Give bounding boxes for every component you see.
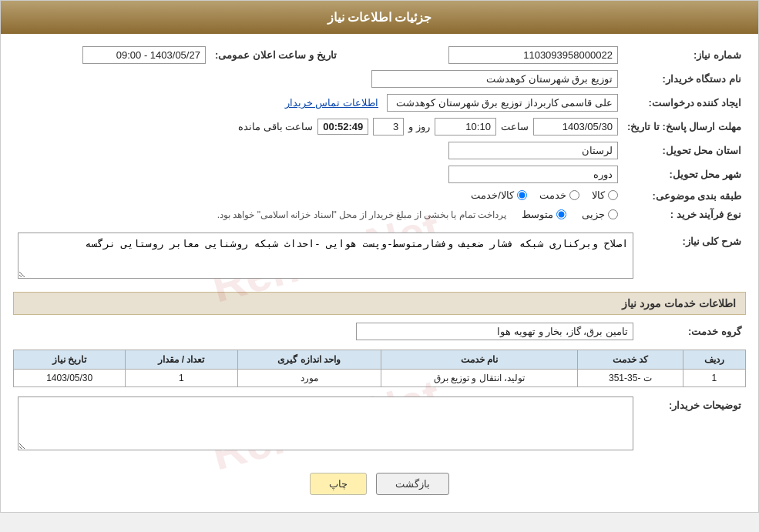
description-table: شرح کلی نیاز: RenderNet bbox=[13, 229, 746, 284]
process-radio-jozi[interactable] bbox=[608, 209, 618, 219]
category-radio-kala-khedmat[interactable] bbox=[517, 190, 527, 200]
buyer-notes-label: توضیحات خریدار: bbox=[638, 393, 746, 456]
page-header: جزئیات اطلاعات نیاز bbox=[1, 1, 758, 34]
category-option-khedmat[interactable]: خدمت bbox=[539, 189, 579, 201]
response-deadline-row: 1403/05/30 ساعت 10:10 روز و 3 00:52:49 س… bbox=[18, 118, 618, 136]
cell-unit: مورد bbox=[237, 370, 381, 387]
response-time: 10:10 bbox=[435, 118, 496, 136]
category-radio-khedmat[interactable] bbox=[569, 190, 579, 200]
announce-date-value: 1403/05/27 - 09:00 bbox=[82, 46, 206, 64]
description-textarea[interactable] bbox=[18, 233, 633, 279]
response-time-label: ساعت bbox=[501, 121, 529, 132]
table-row: 1ت -35-351تولید، انتقال و توزیع برقمورد1… bbox=[14, 370, 746, 387]
buyer-notes-table: توضیحات خریدار: RenderNet bbox=[13, 393, 746, 456]
response-remaining: 00:52:49 bbox=[317, 119, 368, 135]
process-radio-motavasset[interactable] bbox=[556, 209, 566, 219]
main-info-table: شماره نیاز: 1103093958000022 تاریخ و ساع… bbox=[13, 43, 746, 223]
content-area: شماره نیاز: 1103093958000022 تاریخ و ساع… bbox=[1, 34, 758, 512]
col-header-row: ردیف bbox=[683, 350, 745, 370]
process-option-mota[interactable]: متوسط bbox=[522, 209, 566, 220]
response-days: 3 bbox=[373, 118, 404, 136]
buyer-station-value: توزیع برق شهرستان کوهدشت bbox=[371, 70, 618, 88]
creator-value: علی قاسمی کاربرداز توزیع برق شهرستان کوه… bbox=[387, 94, 618, 112]
service-group-label: گروه خدمت: bbox=[638, 320, 746, 343]
process-label: نوع فرآیند خرید : bbox=[623, 206, 746, 223]
buyer-station-label: نام دستگاه خریدار: bbox=[623, 67, 746, 91]
need-number-label: شماره نیاز: bbox=[623, 43, 746, 67]
cell-code: ت -35-351 bbox=[577, 370, 683, 387]
response-date: 1403/05/30 bbox=[533, 118, 618, 136]
response-remaining-label: ساعت باقی مانده bbox=[238, 121, 313, 132]
province-label: استان محل تحویل: bbox=[623, 139, 746, 162]
category-label-khedmat: خدمت bbox=[539, 189, 566, 201]
process-label-jozi: جزیی bbox=[582, 209, 605, 220]
category-option-kala[interactable]: کالا bbox=[592, 189, 618, 201]
back-button[interactable]: بازگشت bbox=[376, 473, 449, 495]
cell-name: تولید، انتقال و توزیع برق bbox=[381, 370, 577, 387]
print-button[interactable]: چاپ bbox=[310, 473, 367, 495]
cell-date: 1403/05/30 bbox=[14, 370, 126, 387]
category-label-kala: کالا bbox=[592, 189, 605, 201]
cell-quantity: 1 bbox=[126, 370, 237, 387]
creator-contact-link[interactable]: اطلاعات تماس خریدار bbox=[285, 97, 378, 109]
category-radio-kala[interactable] bbox=[608, 190, 618, 200]
response-days-label: روز و bbox=[408, 121, 430, 132]
page-wrapper: جزئیات اطلاعات نیاز شماره نیاز: 11030939… bbox=[0, 0, 759, 513]
category-radio-group: کالا خدمت کالا/خدمت bbox=[471, 189, 618, 201]
description-watermark-area: RenderNet bbox=[18, 233, 633, 281]
category-label-kala-khedmat: کالا/خدمت bbox=[471, 189, 514, 201]
cell-row: 1 bbox=[683, 370, 745, 387]
col-header-name: نام خدمت bbox=[381, 350, 577, 370]
col-header-date: تاریخ نیاز bbox=[14, 350, 126, 370]
services-section-title: اطلاعات خدمات مورد نیاز bbox=[13, 292, 746, 315]
process-note: پرداخت تمام یا بخشی از مبلغ خریدار از مح… bbox=[217, 209, 506, 220]
category-option-kala-khedmat[interactable]: کالا/خدمت bbox=[471, 189, 527, 201]
category-label: طبقه بندی موضوعی: bbox=[623, 186, 746, 206]
services-table: ردیف کد خدمت نام خدمت واحد اندازه گیری ت… bbox=[13, 350, 746, 387]
col-header-code: کد خدمت bbox=[577, 350, 683, 370]
buyer-notes-textarea[interactable] bbox=[18, 396, 633, 450]
city-label: شهر محل تحویل: bbox=[623, 162, 746, 186]
province-value: لرستان bbox=[448, 142, 618, 159]
service-group-value: تامین برق، گاز، بخار و تهویه هوا bbox=[356, 323, 633, 340]
col-header-unit: واحد اندازه گیری bbox=[237, 350, 381, 370]
response-deadline-label: مهلت ارسال پاسخ: تا تاریخ: bbox=[623, 115, 746, 139]
bottom-buttons: بازگشت چاپ bbox=[13, 462, 746, 503]
description-label: شرح کلی نیاز: bbox=[638, 229, 746, 284]
service-group-table: گروه خدمت: تامین برق، گاز، بخار و تهویه … bbox=[13, 320, 746, 343]
city-value: دوره bbox=[448, 166, 618, 183]
creator-label: ایجاد کننده درخواست: bbox=[623, 91, 746, 115]
process-type-row: جزیی متوسط پرداخت تمام یا بخشی از مبلغ خ… bbox=[18, 209, 618, 220]
process-option-jozi[interactable]: جزیی bbox=[582, 209, 618, 220]
col-header-qty: تعداد / مقدار bbox=[126, 350, 237, 370]
buyer-notes-watermark-area: RenderNet bbox=[18, 396, 633, 453]
page-title: جزئیات اطلاعات نیاز bbox=[327, 11, 432, 24]
need-number-value: 1103093958000022 bbox=[448, 46, 618, 64]
process-label-motavasset: متوسط bbox=[522, 209, 553, 220]
announce-date-label: تاریخ و ساعت اعلان عمومی: bbox=[210, 43, 341, 67]
